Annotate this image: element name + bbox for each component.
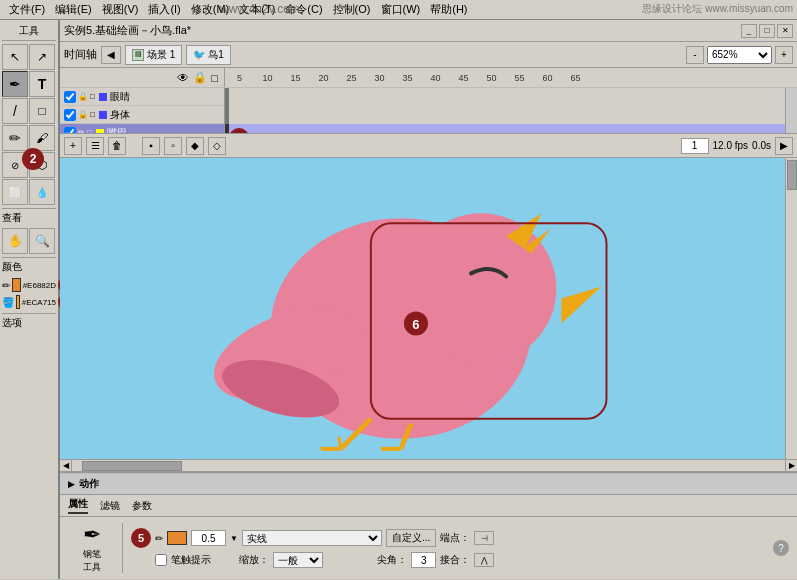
menu-insert[interactable]: 插入(I) [143,2,185,17]
time-display: 0.0s [752,140,771,151]
canvas-scrollbar-h[interactable]: ◀ ▶ [60,459,797,471]
zoom-select[interactable]: 652% [707,46,772,64]
menu-view[interactable]: 视图(V) [97,2,144,17]
frame-num-25: 25 [337,73,365,83]
layer-row-body[interactable]: 🔒 □ 身体 [60,106,224,124]
fill-swatch[interactable] [16,295,20,309]
hand-tool[interactable]: ✋ [2,228,28,254]
layer-props-btn[interactable]: ☰ [86,137,104,155]
blank-keyframe-btn[interactable]: ◇ [208,137,226,155]
zoom-controls: - 652% + [686,46,793,64]
layer-outline-body[interactable]: □ [90,110,95,119]
stroke-color-swatch-prop[interactable] [167,531,187,545]
toolbar-left: 工具 ↖ ↗ ✒ T / □ ✏ 🖌 ⊘ ⬡ ⬜ 💧 查看 ✋ 🔍 [0,20,60,579]
layer-outline-eyes[interactable]: □ [90,92,95,101]
tab-params[interactable]: 参数 [132,499,152,513]
stroke-width-input[interactable] [191,530,226,546]
prop-content: ✒ 钢笔 工具 5 ✏ ▼ 实线 自定义... 端点： [60,517,797,579]
endpoint-icon[interactable]: ⊣ [474,531,494,545]
bird-icon: 🐦 [193,49,205,60]
frame-num-20: 20 [309,73,337,83]
eraser-tool[interactable]: ⬜ [2,179,28,205]
zoom-in-btn[interactable]: + [775,46,793,64]
pen-tool[interactable]: ✒ [2,71,28,97]
maximize-btn[interactable]: □ [759,24,775,38]
expand-actions-btn[interactable]: ▶ [68,479,75,489]
eye-icon[interactable]: 👁 [177,71,189,85]
zoom-tool[interactable]: 🔍 [29,228,55,254]
menu-help[interactable]: 帮助(H) [425,2,472,17]
tool-sub-label: 工具 [83,561,101,574]
frame-num-60: 60 [533,73,561,83]
stroke-swatch[interactable] [12,278,21,292]
add-layer-btn[interactable]: + [64,137,82,155]
keyframe-btn[interactable]: ◆ [186,137,204,155]
insert-frame-btn[interactable]: ▪ [142,137,160,155]
pencil-tool[interactable]: ✏ [2,125,28,151]
back-btn[interactable]: ◀ [101,46,121,64]
zoom-out-btn[interactable]: - [686,46,704,64]
line-tool[interactable]: / [2,98,28,124]
frames-header: 5 10 15 20 25 30 35 40 45 50 55 60 65 [225,68,785,87]
watermark2: 思缘设计论坛 www.missyuan.com [642,2,793,16]
tool-icon-area: ✒ 钢笔 工具 [68,523,123,573]
menu-edit[interactable]: 编辑(E) [50,2,97,17]
text-tool[interactable]: T [29,71,55,97]
scrollbar-right[interactable] [785,158,797,459]
join-icon[interactable]: ⋀ [474,553,494,567]
tool-name-label: 钢笔 [83,548,101,561]
canvas-area[interactable]: 6 [60,158,797,459]
help-icon[interactable]: ? [773,540,789,556]
eyedrop-tool[interactable]: 💧 [29,179,55,205]
scene-label: 场景 1 [147,48,175,62]
frame-num-50: 50 [477,73,505,83]
pen-tool-icon: ✒ [83,522,101,548]
arrow-tool[interactable]: ↖ [2,44,28,70]
stroke-width-arrow[interactable]: ▼ [230,534,238,543]
corner-label: 尖角： [377,553,407,567]
menu-file[interactable]: 文件(F) [4,2,50,17]
frame-num-65: 65 [561,73,589,83]
symbol-tab[interactable]: 🐦 鸟1 [186,45,231,65]
scrollbar-thumb-h[interactable] [82,461,182,471]
menu-window[interactable]: 窗口(W) [376,2,426,17]
timeline-bar: 时间轴 ◀ ▤ 场景 1 🐦 鸟1 - 652% + [60,42,797,68]
subselect-tool[interactable]: ↗ [29,44,55,70]
delete-layer-btn[interactable]: 🗑 [108,137,126,155]
corner-input[interactable] [411,552,436,568]
play-btn[interactable]: ▶ [775,137,793,155]
menu-control[interactable]: 控制(O) [328,2,376,17]
close-btn[interactable]: ✕ [777,24,793,38]
pencil-stroke-icon: ✏ [2,280,10,291]
outline-icon[interactable]: □ [211,72,218,84]
stroke-type-select[interactable]: 实线 [242,530,382,546]
watermark: www.4u2v.com [220,2,300,16]
frame-num-35: 35 [393,73,421,83]
layer-lock-eyes[interactable]: 🔒 [78,92,88,101]
touch-hint-checkbox[interactable] [155,554,167,566]
timeline-label: 时间轴 [64,47,97,62]
bottom-panels: ▶ 动作 属性 滤镜 参数 ✒ 钢笔 工具 [60,471,797,579]
rect-tool[interactable]: □ [29,98,55,124]
file-title: 实例5.基础绘画－小鸟.fla* [64,23,191,38]
minimize-btn[interactable]: _ [741,24,757,38]
scroll-left-btn[interactable]: ◀ [60,460,72,472]
lock-icon[interactable]: 🔒 [193,71,207,84]
frames-area: 1 [225,88,785,133]
current-frame-input[interactable] [681,138,709,154]
layer-vis-eyes[interactable] [64,91,76,103]
tab-props[interactable]: 属性 [68,497,88,514]
layer-row-mouth[interactable]: ✏ □ 嘴巴 [60,124,224,133]
scale-label: 缩放： [239,553,269,567]
layer-row-eyes[interactable]: 🔒 □ 眼睛 [60,88,224,106]
scroll-right-btn[interactable]: ▶ [785,460,797,472]
layer-vis-body[interactable] [64,109,76,121]
tab-filters[interactable]: 滤镜 [100,499,120,513]
custom-btn[interactable]: 自定义... [386,529,436,547]
scene-tab[interactable]: ▤ 场景 1 [125,45,182,65]
delete-frame-btn[interactable]: ▫ [164,137,182,155]
layer-lock-body[interactable]: 🔒 [78,110,88,119]
frame-num-10: 10 [253,73,281,83]
layer-header: 👁 🔒 □ [60,68,225,87]
scale-select[interactable]: 一般 [273,552,323,568]
